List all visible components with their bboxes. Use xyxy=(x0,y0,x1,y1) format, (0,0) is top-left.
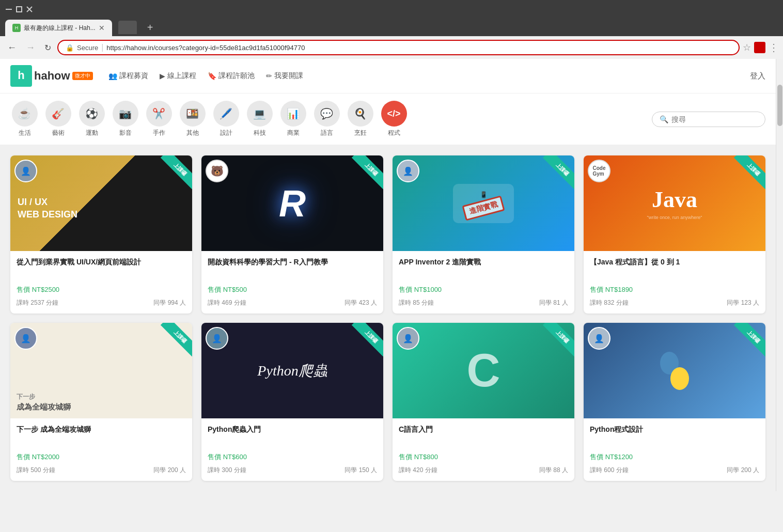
category-other[interactable]: 🍱 其他 xyxy=(178,101,207,137)
svg-rect-1 xyxy=(17,7,22,12)
card-price-c: 售價 NT$800 xyxy=(399,452,568,462)
category-life[interactable]: ☕ 生活 xyxy=(10,101,39,137)
card-meta-app: 課時 85 分鐘 同學 81 人 xyxy=(399,299,568,307)
card-title-uiux: 從入門到業界實戰 UI/UX/網頁前端設計 xyxy=(17,257,186,280)
course-card-c[interactable]: 👤 上課囉 C C語言入門 售價 NT$800 xyxy=(393,323,574,481)
search-box[interactable]: 🔍 xyxy=(652,112,765,127)
new-tab-button[interactable]: + xyxy=(143,22,158,34)
category-sport[interactable]: ⚽ 運動 xyxy=(77,101,106,137)
avatar-python: 👤 xyxy=(206,327,228,350)
url-display[interactable]: https://hahow.in/courses?category-id=55d… xyxy=(106,44,731,52)
search-icon: 🔍 xyxy=(660,115,668,123)
nav-crowdfund-icon: 👥 xyxy=(108,72,117,80)
ribbon-java: 上課囉 xyxy=(724,155,765,197)
svg-point-7 xyxy=(663,356,667,361)
nav-wishlist-icon: 🔖 xyxy=(208,72,216,80)
search-input[interactable] xyxy=(671,115,754,123)
svg-text:h: h xyxy=(18,69,24,82)
tab-favicon: H xyxy=(12,24,21,32)
stamp: 進階實戰 xyxy=(462,195,505,221)
course-card-uiux[interactable]: 👤 上課囉 UI / UXWEB DESIGN 從入門到業界實戰 UI/U xyxy=(10,155,192,314)
category-cook[interactable]: 🍳 烹飪 xyxy=(346,101,374,137)
course-card-python[interactable]: 👤 上課囉 Python爬蟲 Python爬蟲入門 售價 NT$600 xyxy=(201,323,383,481)
avatar-app: 👤 xyxy=(397,160,419,182)
ribbon-pysnake: 上課囉 xyxy=(724,323,765,364)
card-price-uiux: 售價 NT$2500 xyxy=(17,285,186,294)
card-meta-pysnake: 課時 600 分鐘 同學 200 人 xyxy=(590,466,759,475)
more-icon[interactable]: ⋮ xyxy=(769,41,779,54)
category-prog[interactable]: </> 程式 xyxy=(380,101,408,137)
nav-teach[interactable]: ✏ 我要開課 xyxy=(266,71,303,81)
card-title-java: 【Java 程式語言】從 0 到 1 xyxy=(590,257,759,280)
active-tab[interactable]: H 最有趣的線上課程 - Hah... ✕ xyxy=(5,20,112,36)
user-icon xyxy=(754,42,765,53)
card-meta-uiux: 課時 2537 分鐘 同學 994 人 xyxy=(17,299,186,307)
category-tech[interactable]: 💻 科技 xyxy=(245,101,274,137)
svg-point-9 xyxy=(682,381,686,385)
badge: 微才中 xyxy=(72,72,93,80)
card-price-fullstack: 售價 NT$2000 xyxy=(17,452,186,462)
card-meta-c: 課時 420 分鐘 同學 88 人 xyxy=(399,466,568,475)
card-title-c: C語言入門 xyxy=(399,425,568,447)
card-title-r: 開啟資料科學的學習大門 - R入門教學 xyxy=(208,257,377,280)
nav-teach-icon: ✏ xyxy=(266,72,272,80)
lock-icon: 🔒 xyxy=(66,44,74,52)
address-bar[interactable]: 🔒 Secure | https://hahow.in/courses?cate… xyxy=(57,40,740,55)
category-av[interactable]: 📷 影音 xyxy=(111,101,139,137)
nav-wishlist[interactable]: 🔖 課程許願池 xyxy=(208,71,255,81)
course-card-java[interactable]: CodeGym 上課囉 Java "write once, run anywhe… xyxy=(584,155,765,314)
badge-r: 🐻 xyxy=(206,160,228,182)
card-price-pysnake: 售價 NT$1200 xyxy=(590,452,759,462)
card-meta-python: 課時 300 分鐘 同學 150 人 xyxy=(208,466,377,475)
card-price-r: 售價 NT$500 xyxy=(208,285,377,294)
refresh-button[interactable]: ↻ xyxy=(41,42,54,54)
ribbon-uiux: 上課囉 xyxy=(151,155,192,197)
ribbon-python: 上課囉 xyxy=(342,323,383,364)
card-title-pysnake: Python程式設計 xyxy=(590,425,759,447)
tab-title: 最有趣的線上課程 - Hah... xyxy=(24,24,96,33)
course-card-fullstack[interactable]: 👤 上課囉 下一步 成為全端攻城獅 xyxy=(10,323,192,481)
nav-online[interactable]: ▶ 線上課程 xyxy=(160,71,196,81)
ribbon-c: 上課囉 xyxy=(533,323,574,364)
main-nav: 👥 課程募資 ▶ 線上課程 🔖 課程許願池 ✏ 我要開課 xyxy=(108,71,303,81)
badge-java: CodeGym xyxy=(588,160,610,182)
card-title-app: APP Inventor 2 進階實戰 xyxy=(399,257,568,280)
category-biz[interactable]: 📊 商業 xyxy=(279,101,307,137)
card-price-python: 售價 NT$600 xyxy=(208,452,377,462)
url-separator: | xyxy=(101,43,103,52)
new-tab-area[interactable] xyxy=(112,19,143,36)
avatar-c: 👤 xyxy=(397,327,419,350)
login-button[interactable]: 登入 xyxy=(750,71,765,81)
ribbon-fullstack: 上課囉 xyxy=(151,323,192,364)
tab-close-icon[interactable]: ✕ xyxy=(99,24,105,32)
card-price-app: 售價 NT$1000 xyxy=(399,285,568,294)
logo-text: hahow xyxy=(34,69,70,83)
card-meta-java: 課時 832 分鐘 同學 123 人 xyxy=(590,299,759,307)
scrollbar-thumb[interactable] xyxy=(777,85,782,126)
card-meta-fullstack: 課時 500 分鐘 同學 200 人 xyxy=(17,466,186,475)
category-design[interactable]: 🖊️ 設計 xyxy=(212,101,240,137)
logo-icon: h xyxy=(10,65,32,87)
course-card-pysnake[interactable]: 👤 上課囉 xyxy=(584,323,765,481)
secure-label: Secure xyxy=(77,44,98,52)
forward-button[interactable]: → xyxy=(23,41,38,54)
bookmark-icon[interactable]: ☆ xyxy=(743,42,751,53)
back-button[interactable]: ← xyxy=(4,41,20,54)
logo[interactable]: h hahow 微才中 xyxy=(10,65,93,87)
scrollbar[interactable] xyxy=(776,59,783,491)
site-header: h hahow 微才中 👥 課程募資 ▶ 線上課程 xyxy=(0,59,776,93)
course-card-app[interactable]: 👤 上課囉 📱 進階實戰 xyxy=(393,155,574,314)
course-card-r[interactable]: 🐻 上課囉 R 開啟資料科學的學習大門 - R入門教學 售價 NT$500 xyxy=(201,155,383,314)
card-price-java: 售價 NT$1890 xyxy=(590,285,759,294)
category-lang[interactable]: 💬 語言 xyxy=(312,101,341,137)
category-craft[interactable]: ✂️ 手作 xyxy=(145,101,173,137)
card-title-fullstack: 下一步 成為全端攻城獅 xyxy=(17,425,186,447)
avatar-fullstack: 👤 xyxy=(14,327,37,350)
nav-crowdfund[interactable]: 👥 課程募資 xyxy=(108,71,148,81)
tab-placeholder xyxy=(118,21,137,34)
category-art[interactable]: 🎸 藝術 xyxy=(44,101,72,137)
window-icon xyxy=(5,6,33,13)
card-meta-r: 課時 469 分鐘 同學 423 人 xyxy=(208,299,377,307)
avatar-pysnake: 👤 xyxy=(588,327,610,350)
ribbon-app: 上課囉 xyxy=(533,155,574,197)
